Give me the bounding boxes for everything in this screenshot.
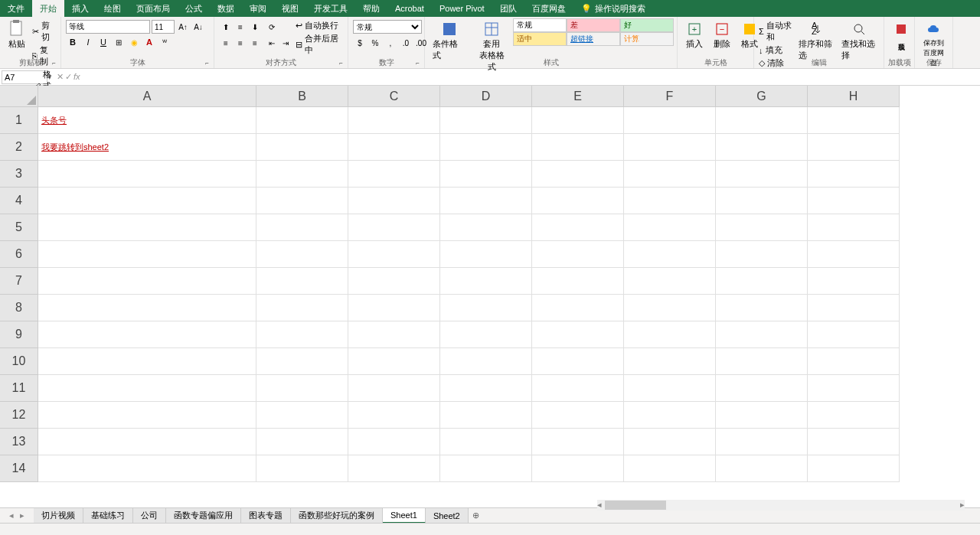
cell[interactable] — [808, 455, 900, 482]
tab-view[interactable]: 视图 — [274, 0, 306, 17]
cell[interactable] — [256, 429, 348, 455]
sheet-tab[interactable]: 基础练习 — [83, 508, 133, 524]
cell[interactable] — [38, 241, 256, 268]
row-header[interactable]: 1 — [0, 107, 38, 134]
cell[interactable] — [624, 161, 716, 188]
cell[interactable] — [256, 375, 348, 402]
cell[interactable] — [532, 295, 624, 321]
enter-formula-icon[interactable]: ✓ — [65, 72, 72, 82]
cell[interactable] — [808, 161, 900, 188]
cell[interactable] — [808, 188, 900, 214]
cell[interactable] — [808, 241, 900, 268]
tab-home[interactable]: 开始 — [32, 0, 64, 17]
cell[interactable]: 头条号 — [38, 107, 256, 134]
sheet-tab[interactable]: 切片视频 — [34, 508, 83, 524]
cell[interactable] — [348, 295, 440, 321]
cell[interactable] — [440, 188, 532, 214]
cell[interactable] — [624, 107, 716, 134]
cell[interactable] — [440, 214, 532, 241]
cell[interactable] — [348, 321, 440, 348]
cell[interactable] — [348, 402, 440, 429]
delete-cells-button[interactable]: − 删除 — [708, 18, 736, 51]
align-top-button[interactable]: ⬆ — [219, 20, 233, 34]
wrap-text-button[interactable]: ↩自动换行 — [296, 20, 343, 31]
cell[interactable] — [256, 107, 348, 134]
cell[interactable] — [624, 321, 716, 348]
cell[interactable] — [440, 402, 532, 429]
cell[interactable] — [532, 161, 624, 188]
style-normal[interactable]: 常规 — [513, 18, 567, 32]
cell[interactable] — [440, 348, 532, 375]
fill-color-button[interactable]: ◉ — [127, 35, 141, 49]
cell[interactable] — [38, 348, 256, 375]
scroll-thumb[interactable] — [605, 501, 666, 510]
currency-button[interactable]: $ — [353, 36, 367, 50]
decrease-font-button[interactable]: A↓ — [191, 20, 205, 34]
cell[interactable] — [38, 321, 256, 348]
cancel-formula-icon[interactable]: ✕ — [57, 72, 64, 82]
cell[interactable] — [808, 429, 900, 455]
cell[interactable] — [348, 268, 440, 295]
cell[interactable] — [624, 134, 716, 161]
row-header[interactable]: 6 — [0, 241, 38, 268]
cell[interactable] — [348, 214, 440, 241]
italic-button[interactable]: I — [81, 35, 95, 49]
cell[interactable] — [256, 241, 348, 268]
cell[interactable] — [532, 455, 624, 482]
cell[interactable] — [38, 214, 256, 241]
align-center-button[interactable]: ≡ — [234, 36, 247, 50]
cell[interactable] — [440, 241, 532, 268]
cell[interactable] — [624, 429, 716, 455]
column-header[interactable]: F — [624, 86, 716, 107]
find-select-button[interactable]: 查找和选择 — [837, 18, 880, 63]
cell[interactable] — [440, 375, 532, 402]
increase-font-button[interactable]: A↑ — [176, 20, 190, 34]
increase-indent-button[interactable]: ⇥ — [279, 36, 292, 50]
cell[interactable] — [532, 348, 624, 375]
cell[interactable] — [624, 295, 716, 321]
number-format-select[interactable]: 常规 — [353, 20, 422, 34]
cell[interactable] — [256, 295, 348, 321]
cell[interactable] — [38, 295, 256, 321]
cell[interactable] — [532, 214, 624, 241]
font-launcher[interactable]: ⌐ — [205, 60, 213, 67]
cell[interactable] — [256, 268, 348, 295]
cell[interactable] — [716, 321, 808, 348]
cell[interactable] — [808, 134, 900, 161]
cell[interactable] — [808, 295, 900, 321]
sheet-nav-next-icon[interactable]: ▸ — [20, 511, 24, 520]
tab-review[interactable]: 审阅 — [242, 0, 274, 17]
cell[interactable] — [716, 348, 808, 375]
horizontal-scrollbar[interactable]: ◂ ▸ — [597, 500, 965, 511]
conditional-format-button[interactable]: 条件格式 — [428, 18, 471, 63]
cell[interactable] — [532, 321, 624, 348]
row-header[interactable]: 4 — [0, 188, 38, 214]
align-middle-button[interactable]: ≡ — [234, 20, 247, 34]
cell[interactable] — [38, 268, 256, 295]
increase-decimal-button[interactable]: .0 — [399, 36, 413, 50]
paste-button[interactable]: 粘贴 — [3, 18, 31, 51]
hyperlink-text[interactable]: 头条号 — [41, 115, 67, 126]
sheet-tab[interactable]: 函数那些好玩的案例 — [291, 508, 383, 524]
sheet-tab[interactable]: Sheet2 — [426, 508, 469, 524]
cell[interactable] — [38, 429, 256, 455]
tab-formulas[interactable]: 公式 — [178, 0, 210, 17]
tab-dev[interactable]: 开发工具 — [306, 0, 355, 17]
bold-button[interactable]: B — [66, 35, 80, 49]
autosum-button[interactable]: Σ自动求和 — [759, 20, 792, 43]
font-size-select[interactable] — [152, 20, 175, 34]
fill-button[interactable]: ↓填充 — [759, 44, 792, 56]
cell[interactable] — [624, 375, 716, 402]
cell[interactable] — [256, 161, 348, 188]
cell[interactable] — [256, 348, 348, 375]
merge-center-button[interactable]: ⊟合并后居中 — [296, 33, 343, 56]
cell[interactable] — [440, 161, 532, 188]
cell[interactable] — [716, 241, 808, 268]
alignment-launcher[interactable]: ⌐ — [339, 60, 347, 67]
cell[interactable] — [624, 214, 716, 241]
cell[interactable]: 我要跳转到sheet2 — [38, 134, 256, 161]
cell[interactable] — [38, 161, 256, 188]
style-neutral[interactable]: 适中 — [513, 32, 567, 46]
decrease-indent-button[interactable]: ⇤ — [265, 36, 279, 50]
tab-powerpivot[interactable]: Power Pivot — [432, 0, 492, 17]
